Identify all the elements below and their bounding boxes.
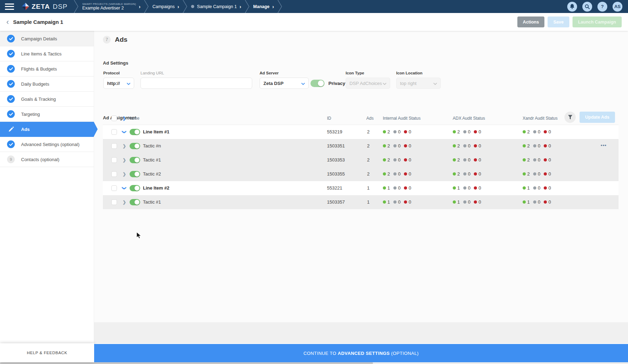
help-button[interactable]: ? (597, 2, 607, 12)
icon-location-label: Icon Location (396, 71, 423, 75)
row-menu-button[interactable]: ••• (601, 143, 607, 148)
row-enabled-toggle[interactable] (130, 171, 140, 177)
continue-button[interactable]: CONTINUE TO ADVANCED SETTINGS (OPTIONAL) (94, 344, 628, 362)
row-enabled-toggle[interactable] (130, 185, 140, 191)
row-checkbox[interactable] (111, 143, 117, 149)
user-avatar[interactable]: AS (613, 2, 622, 12)
row-ads-count: 1 (367, 199, 369, 205)
row-checkbox[interactable] (111, 157, 117, 163)
scrollbar-thumb[interactable] (0, 362, 373, 364)
status-unit: 2 (523, 171, 530, 177)
breadcrumb-divider-icon (277, 0, 282, 13)
sidebar-item-ads[interactable]: Ads (0, 122, 94, 137)
xandr-audit-status: 100 (523, 185, 555, 191)
status-count: 0 (408, 199, 411, 205)
privacy-icon-toggle[interactable] (310, 80, 325, 87)
green-dot-icon (453, 200, 456, 204)
landing-url-label: Landing URL (140, 71, 164, 75)
row-checkbox[interactable] (111, 171, 117, 177)
gray-dot-icon (393, 172, 397, 176)
icon-location-select[interactable]: top right (396, 78, 441, 89)
adx-audit-status: 200 (453, 157, 485, 163)
collapse-chevron-icon[interactable]: ❯ (122, 186, 127, 190)
red-dot-icon (544, 200, 547, 204)
green-dot-icon (453, 172, 456, 176)
status-unit: 0 (463, 157, 470, 163)
row-enabled-toggle[interactable] (130, 199, 140, 205)
zeta-logo[interactable]: ZETA DSP (22, 3, 67, 11)
sidebar-item-contacts-optional[interactable]: 9Contacts (optional) (0, 152, 94, 167)
green-dot-icon (453, 186, 456, 190)
red-dot-icon (544, 186, 547, 190)
sidebar-item-flights-budgets[interactable]: Flights & Budgets (0, 61, 94, 77)
status-count: 0 (478, 129, 481, 134)
expand-chevron-icon[interactable]: ❯ (123, 143, 126, 149)
row-checkbox[interactable] (111, 185, 117, 191)
sidebar-item-advanced-settings-optional[interactable]: Advanced Settings (optional) (0, 137, 94, 152)
column-header-name[interactable]: Name (128, 116, 139, 121)
status-unit: 0 (393, 143, 400, 148)
expand-chevron-icon[interactable]: ❯ (123, 171, 126, 177)
landing-url-input[interactable] (140, 78, 252, 89)
breadcrumb-item-sample-campaign-1[interactable]: Sample Campaign 1› (188, 4, 245, 9)
status-unit: 0 (404, 171, 411, 177)
status-unit: 0 (544, 129, 551, 134)
breadcrumb-item-manage[interactable]: Manage› (250, 4, 277, 9)
launch-campaign-button[interactable]: Launch Campaign (573, 16, 622, 27)
expand-chevron-icon[interactable]: ❯ (123, 199, 126, 205)
sidebar-item-line-items-tactics[interactable]: Line Items & Tactics (0, 46, 94, 61)
icon-type-select[interactable]: DSP AdChoices (346, 78, 390, 89)
green-dot-icon (523, 172, 526, 176)
breadcrumb-item-example-advertiser-2[interactable]: SMART PROJECTS (VARIABLE MARGIN)Example … (79, 2, 144, 11)
search-button[interactable] (582, 2, 592, 12)
row-checkbox[interactable] (111, 199, 117, 205)
status-count: 0 (548, 143, 551, 148)
breadcrumb-divider-icon (245, 0, 250, 13)
notifications-button[interactable] (567, 2, 577, 12)
row-ads-count: 1 (367, 185, 369, 191)
expand-chevron-icon[interactable]: ❯ (123, 157, 126, 163)
sidebar-item-campaign-details[interactable]: Campaign Details (0, 31, 94, 46)
breadcrumb-item-campaigns[interactable]: Campaigns› (149, 4, 183, 9)
status-count: 2 (527, 129, 530, 134)
row-enabled-toggle[interactable] (130, 129, 140, 135)
row-enabled-toggle[interactable] (130, 143, 140, 149)
status-unit: 0 (474, 199, 481, 205)
ad-server-select[interactable]: Zeta DSP (260, 78, 309, 89)
xandr-audit-status: 200 (523, 171, 555, 177)
status-unit: 0 (533, 199, 540, 205)
sort-chevron-icon[interactable]: ❯ (123, 116, 126, 121)
row-ads-count: 2 (367, 143, 369, 148)
table-row-tactic-n: ❯Tactic #n15033512200200200••• (103, 139, 619, 153)
page-title: Sample Campaign 1 (13, 19, 63, 25)
row-checkbox[interactable] (111, 129, 117, 135)
green-dot-icon (383, 144, 386, 147)
save-button[interactable]: Save (548, 16, 569, 27)
status-unit: 0 (463, 143, 470, 148)
status-unit: 2 (383, 143, 390, 148)
red-dot-icon (404, 130, 407, 133)
breadcrumb-dot-icon (191, 5, 194, 8)
internal-audit-status: 200 (383, 171, 415, 177)
breadcrumb-label: Manage (253, 4, 270, 9)
green-dot-icon (383, 130, 386, 133)
protocol-select[interactable]: http:// (103, 78, 134, 89)
row-name: Line Item #1 (143, 129, 169, 134)
section-title: Ads (115, 36, 127, 44)
select-all-checkbox[interactable] (111, 115, 117, 121)
campaign-steps-sidebar: Campaign DetailsLine Items & TacticsFlig… (0, 31, 94, 343)
sidebar-item-targeting[interactable]: Targeting (0, 107, 94, 122)
row-enabled-toggle[interactable] (130, 157, 140, 163)
sidebar-item-daily-budgets[interactable]: Daily Budgets (0, 77, 94, 92)
collapse-chevron-icon[interactable]: ❯ (122, 130, 127, 134)
red-dot-icon (404, 200, 407, 204)
status-unit: 0 (393, 185, 400, 191)
status-unit: 0 (533, 171, 540, 177)
hamburger-menu-icon[interactable] (5, 4, 14, 10)
avatar-initials: AS (614, 4, 621, 9)
back-button[interactable]: ‹ (6, 19, 9, 26)
sidebar-item-goals-tracking[interactable]: Goals & Tracking (0, 92, 94, 107)
actions-button[interactable]: Actions (517, 16, 545, 27)
status-unit: 0 (544, 185, 551, 191)
help-feedback-button[interactable]: HELP & FEEDBACK (0, 343, 94, 362)
